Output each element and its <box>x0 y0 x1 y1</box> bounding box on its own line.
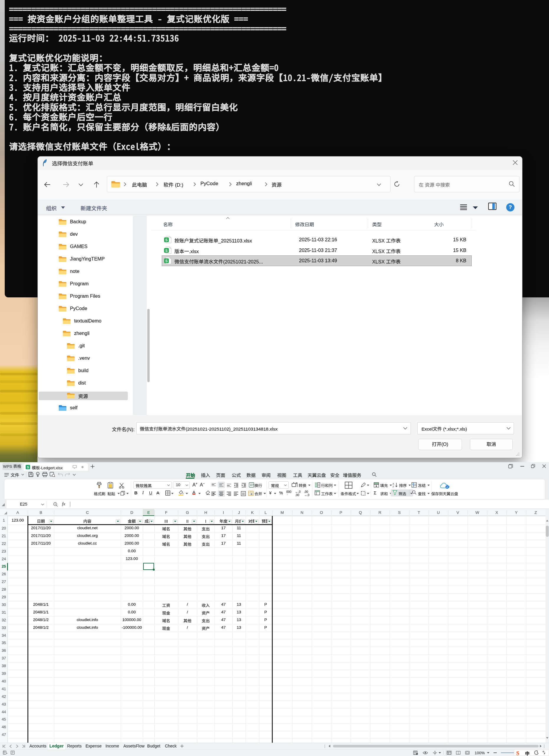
svg-text:A: A <box>392 483 394 485</box>
svg-text:S: S <box>165 259 168 263</box>
svg-text:S: S <box>165 238 168 242</box>
svg-text:Z: Z <box>392 485 394 488</box>
svg-text:S: S <box>27 465 29 469</box>
svg-text:S: S <box>165 249 168 253</box>
